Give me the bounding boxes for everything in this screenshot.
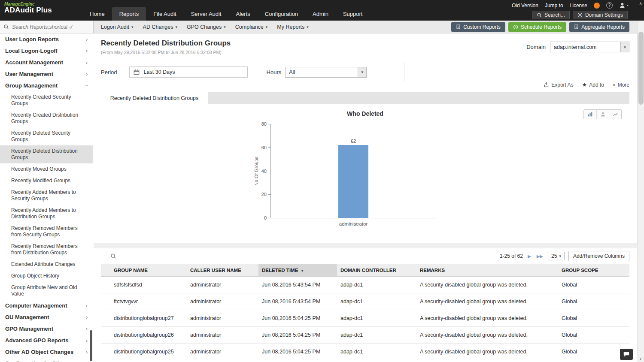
sidebar-subitem[interactable]: Recently Added Members to Security Group… bbox=[0, 187, 93, 205]
cell-remarks: A security-disabled global group was del… bbox=[416, 310, 558, 327]
col-header-domain-controller[interactable]: DOMAIN CONTROLLER bbox=[337, 264, 416, 277]
nav-configuration[interactable]: Configuration bbox=[258, 7, 305, 21]
schedule-reports-button[interactable]: Schedule Reports bbox=[508, 22, 566, 32]
chat-feedback-button[interactable] bbox=[620, 349, 633, 360]
nav-file-audit[interactable]: File Audit bbox=[146, 7, 183, 21]
license-link[interactable]: License bbox=[570, 3, 587, 9]
last-page-button[interactable]: ▶▶ bbox=[536, 254, 544, 259]
cell-group-name: distributionglobalgroup25 bbox=[101, 344, 187, 360]
sidebar-item-advanced-gpo-reports[interactable]: Advanced GPO Reports› bbox=[0, 335, 93, 346]
sidebar-subitem[interactable]: Recently Modified Groups bbox=[0, 175, 93, 187]
nav-reports[interactable]: Reports bbox=[112, 7, 146, 21]
chevron-down-icon: ▾ bbox=[620, 42, 629, 52]
nav-home[interactable]: Home bbox=[82, 7, 112, 21]
period-label: Period bbox=[101, 69, 117, 75]
scroll-down-arrow[interactable]: ∨ bbox=[637, 355, 644, 362]
user-account-icon[interactable]: ▾ bbox=[619, 2, 629, 9]
custom-reports-button[interactable]: Custom Reports bbox=[451, 22, 505, 32]
more-link[interactable]: » More bbox=[613, 82, 629, 88]
domain-settings-button[interactable]: Domain Settings bbox=[573, 11, 628, 19]
domain-select[interactable]: adap.internal.com ▾ bbox=[550, 42, 629, 52]
sidebar-subitem[interactable]: Recently Removed Members from Security G… bbox=[0, 223, 93, 241]
line-chart-type-icon[interactable] bbox=[609, 110, 621, 119]
sidebar-subitem[interactable]: Group Object History bbox=[0, 270, 93, 282]
scrollbar-thumb[interactable] bbox=[638, 32, 644, 105]
help-icon[interactable]: ? bbox=[606, 2, 613, 9]
sidebar-item-other-ad-object-changes[interactable]: Other AD Object Changes› bbox=[0, 346, 93, 358]
cell-remarks: A security-disabled global group was del… bbox=[416, 277, 558, 293]
sidebar-subitem[interactable]: Recently Created Distribution Groups bbox=[0, 109, 93, 127]
col-header-caller-user-name[interactable]: CALLER USER NAME bbox=[187, 264, 258, 277]
sidebar-subitem[interactable]: Recently Added Members to Distribution G… bbox=[0, 205, 93, 223]
app-logo[interactable]: ManageEngine ADAudit Plus bbox=[4, 2, 52, 15]
menu-my-reports[interactable]: My Reports▾ bbox=[272, 21, 313, 33]
nav-server-audit[interactable]: Server Audit bbox=[184, 7, 229, 21]
sidebar-item-local-logon-logoff[interactable]: Local Logon-Logoff› bbox=[0, 45, 93, 57]
chevron-right-icon: › bbox=[86, 59, 88, 66]
add-to-link[interactable]: ★ Add to bbox=[582, 81, 604, 88]
scroll-up-arrow[interactable]: ∧ bbox=[637, 0, 644, 7]
tab-recently-deleted-distribution-groups[interactable]: Recently Deleted Distribution Groups bbox=[101, 92, 208, 104]
chevron-right-icon: › bbox=[86, 36, 88, 42]
sidebar-subitem[interactable]: Recently Removed Members from Distributi… bbox=[0, 241, 93, 259]
notification-icon[interactable] bbox=[594, 3, 600, 9]
nav-alerts[interactable]: Alerts bbox=[229, 7, 258, 21]
col-header-group-name[interactable]: GROUP NAME bbox=[101, 264, 187, 277]
menu-ad-changes[interactable]: AD Changes▾ bbox=[138, 21, 182, 33]
sidebar-subitem[interactable]: Recently Deleted Security Groups bbox=[0, 127, 93, 145]
old-version-link[interactable]: Old Version bbox=[512, 3, 538, 9]
sidebar-item-user-management[interactable]: User Management› bbox=[0, 68, 93, 80]
col-header-deleted-time[interactable]: DELETED TIME▼ bbox=[258, 264, 337, 277]
report-search-input[interactable] bbox=[12, 24, 90, 30]
nav-support[interactable]: Support bbox=[336, 7, 370, 21]
cell-group-scope: Global bbox=[558, 277, 629, 293]
menu-gpo-changes[interactable]: GPO Changes▾ bbox=[182, 21, 231, 33]
hours-select[interactable]: All ▾ bbox=[285, 67, 367, 78]
page-size-select[interactable]: 25▾ bbox=[548, 252, 565, 260]
sidebar-item-account-management[interactable]: Account Management› bbox=[0, 57, 93, 68]
sidebar-item-gpo-management[interactable]: GPO Management› bbox=[0, 323, 93, 335]
sidebar-item-configuration-auditing[interactable]: Configuration Auditing› bbox=[0, 358, 93, 362]
button-label: Domain Settings bbox=[585, 12, 623, 18]
menu-compliance[interactable]: Compliance▾ bbox=[231, 21, 273, 33]
sidebar-scrollbar-thumb[interactable] bbox=[90, 330, 92, 361]
sidebar-item-computer-management[interactable]: Computer Management› bbox=[0, 300, 93, 311]
report-doc-icon bbox=[574, 24, 579, 29]
nav-admin[interactable]: Admin bbox=[305, 7, 336, 21]
col-header-remarks[interactable]: REMARKS bbox=[416, 264, 558, 277]
period-input[interactable]: Last 30 Days bbox=[129, 66, 248, 78]
next-page-button[interactable]: ▶ bbox=[527, 254, 532, 259]
domain-value: adap.internal.com bbox=[550, 44, 620, 50]
export-as-link[interactable]: Export As bbox=[544, 82, 573, 88]
sidebar-item-user-logon-reports[interactable]: User Logon Reports› bbox=[0, 33, 93, 45]
domain-selector: Domain adap.internal.com ▾ bbox=[526, 42, 629, 52]
bar-chart-type-icon[interactable] bbox=[584, 110, 596, 119]
add-remove-columns-button[interactable]: Add/Remove Columns bbox=[568, 251, 629, 261]
user-summary-icon[interactable] bbox=[596, 110, 609, 119]
chart-panel: Who Deleted No.Of Groups 80 60 40 20 0 6… bbox=[101, 104, 629, 243]
scrollbar-track[interactable] bbox=[637, 21, 644, 355]
sidebar-item-ou-management[interactable]: OU Management› bbox=[0, 311, 93, 323]
sidebar-subitem[interactable]: Extended Attribute Changes bbox=[0, 259, 93, 270]
sidebar-subitem-recently-deleted-distribution-groups[interactable]: Recently Deleted Distribution Groups bbox=[0, 145, 93, 163]
sidebar-item-group-management[interactable]: Group Management› bbox=[0, 80, 93, 91]
jump-to-link[interactable]: Jump to bbox=[545, 3, 563, 9]
col-header-group-scope[interactable]: GROUP SCOPE bbox=[558, 264, 629, 277]
page-title: Recently Deleted Distribution Groups bbox=[101, 39, 231, 48]
sidebar-item-label: Configuration Auditing bbox=[5, 360, 66, 362]
table-search-icon[interactable] bbox=[110, 253, 116, 259]
sidebar-subitem[interactable]: Recently Created Security Groups bbox=[0, 91, 93, 109]
search-button[interactable]: Search... bbox=[532, 11, 570, 19]
tab-bar: Recently Deleted Distribution Groups bbox=[101, 92, 629, 104]
sidebar-subitem[interactable]: Recently Moved Groups bbox=[0, 163, 93, 175]
aggregate-reports-button[interactable]: Aggregate Reports bbox=[569, 22, 629, 32]
menu-logon-audit[interactable]: Logon Audit▾ bbox=[96, 21, 138, 33]
chevron-right-icon: › bbox=[86, 360, 88, 362]
menu-label: Logon Audit bbox=[101, 24, 129, 30]
table-toolbar: 1-25 of 62 ▶ ▶▶ 25▾ Add/Remove Columns bbox=[101, 248, 629, 264]
topbar: ManageEngine ADAudit Plus Home Reports F… bbox=[0, 0, 644, 21]
sort-desc-icon: ▼ bbox=[301, 269, 304, 273]
page-scrollbar[interactable]: ∧ ∨ bbox=[637, 0, 644, 362]
chart-bar[interactable] bbox=[338, 145, 368, 218]
sidebar-subitem[interactable]: Group Attribute New and Old Value bbox=[0, 282, 93, 300]
